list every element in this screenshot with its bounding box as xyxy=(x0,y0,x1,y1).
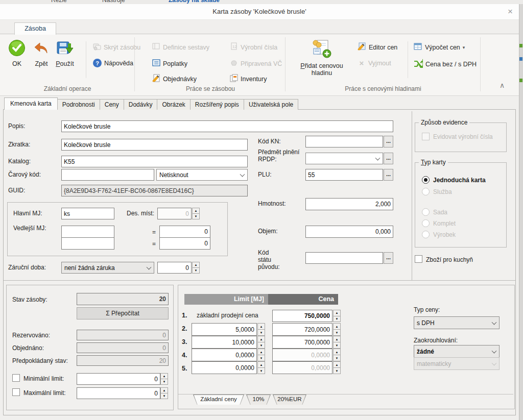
tab-dodavky[interactable]: Dodávky xyxy=(124,99,158,110)
tab-ceny[interactable]: Ceny xyxy=(100,99,124,110)
vedlejsi-mj-ratio-1[interactable] xyxy=(159,226,210,238)
price-2-spinner[interactable]: ▲▼ xyxy=(333,323,341,336)
carovy-kod-input[interactable] xyxy=(61,169,154,181)
ribbon-tab-zasoba[interactable]: Zásoba xyxy=(14,22,56,35)
kod-statu-lookup-button[interactable]: ... xyxy=(384,252,393,264)
undo-label: Zpět xyxy=(35,60,47,67)
price-3-input[interactable] xyxy=(272,336,332,349)
tab-uzivatelska-pole[interactable]: Uživatelská pole xyxy=(244,99,298,110)
screen: Režie Nástroje Zásoby na skladě Karta zá… xyxy=(0,0,523,420)
price-calculation-button[interactable]: Výpočet cen ▾ xyxy=(414,42,465,53)
zaokrouhlovani-label: Zaokrouhlování: xyxy=(414,337,458,344)
price-with-without-vat-button[interactable]: Cena bez / s DPH xyxy=(414,59,477,69)
background-tab[interactable]: Nástroje xyxy=(102,0,125,4)
rpdp-select[interactable] xyxy=(305,153,383,164)
prepocitat-button[interactable]: Σ Přepočítat xyxy=(77,307,169,319)
background-tab-active[interactable]: Zásoby na skladě xyxy=(169,0,220,4)
background-fleck xyxy=(519,57,522,61)
min-limit-spinner[interactable]: ▲▼ xyxy=(160,373,168,385)
limit-5-spinner[interactable]: ▲▼ xyxy=(257,361,265,374)
max-limit-checkbox[interactable] xyxy=(12,388,20,396)
katalog-input[interactable] xyxy=(61,156,248,167)
zarucni-doba-input[interactable] xyxy=(157,262,192,274)
rpdp-lookup-button[interactable]: ... xyxy=(384,153,393,164)
limit-4-input[interactable] xyxy=(192,349,257,361)
zbozi-pro-kuchyn-checkbox[interactable] xyxy=(415,255,422,263)
plu-input[interactable] xyxy=(305,169,383,181)
fees-icon xyxy=(152,59,160,68)
fees-button[interactable]: Poplatky xyxy=(152,59,187,68)
zbozi-pro-kuchyn-label: Zboží pro kuchyň xyxy=(426,256,473,263)
typ-ceny-select[interactable]: s DPH xyxy=(414,316,500,329)
close-icon[interactable]: × xyxy=(508,6,513,18)
kod-kn-input[interactable] xyxy=(305,136,383,147)
limit-3-input[interactable] xyxy=(192,336,257,349)
tab-podrobnosti[interactable]: Podrobnosti xyxy=(57,99,100,110)
price-5-spinner[interactable]: ▲▼ xyxy=(333,361,341,374)
ok-button[interactable]: OK xyxy=(4,38,30,77)
zarucni-doba-spinner[interactable]: ▲▼ xyxy=(192,262,200,274)
group-separator xyxy=(480,37,481,91)
inventories-button[interactable]: Inventury xyxy=(230,74,267,84)
price-subtab-20-eur[interactable]: 20%EUR xyxy=(273,394,306,405)
predpokladany-stav-field xyxy=(77,355,169,366)
collapse-ribbon-icon[interactable]: ∧ xyxy=(500,81,505,89)
price-editor-label: Editor cen xyxy=(369,44,397,51)
price-editor-icon xyxy=(358,42,366,53)
min-limit-checkbox[interactable] xyxy=(12,374,20,382)
price-1-input[interactable] xyxy=(272,310,332,322)
price-3-spinner[interactable]: ▲▼ xyxy=(333,336,341,349)
tab-obrazek[interactable]: Obrázek xyxy=(157,99,190,110)
zkratka-input[interactable] xyxy=(61,139,248,151)
zaokrouhlovani-select[interactable]: žádné xyxy=(414,345,500,358)
hlavni-mj-input[interactable] xyxy=(61,208,114,219)
evidovat-vyrobni-cisla-checkbox xyxy=(422,133,430,140)
max-limit-spinner[interactable]: ▲▼ xyxy=(160,387,168,399)
tab-rozsireny-popis[interactable]: Rozšířený popis xyxy=(190,99,244,110)
kod-statu-input[interactable] xyxy=(305,252,383,264)
zarucni-doba-select[interactable]: není žádná záruka xyxy=(61,262,154,274)
limit-3-spinner[interactable]: ▲▼ xyxy=(257,336,265,349)
des-mist-spinner[interactable]: ▲▼ xyxy=(192,208,200,219)
orders-button[interactable]: Objednávky xyxy=(152,74,197,84)
group-label-prace-s-cenovymi-hladinami: Práce s cenovými hladinami xyxy=(289,85,478,92)
vedlejsi-mj-ratio-2[interactable] xyxy=(159,237,210,250)
price-2-input[interactable] xyxy=(272,323,332,336)
add-price-level-label2: hladinu xyxy=(294,69,350,77)
price-4-spinner[interactable]: ▲▼ xyxy=(333,349,341,361)
undo-button[interactable]: Zpět xyxy=(29,38,54,77)
objem-input[interactable] xyxy=(305,226,393,238)
group-separator xyxy=(285,37,286,91)
limit-2-input[interactable] xyxy=(192,323,257,336)
background-window-edge xyxy=(519,4,523,420)
hide-stock-icon xyxy=(93,42,101,52)
limit-5-input[interactable] xyxy=(192,361,257,374)
radio-jednoducha-karta[interactable] xyxy=(422,176,430,184)
vedlejsi-mj-input-2[interactable] xyxy=(61,237,114,250)
add-price-level-button[interactable]: Přidat cenovou hladinu xyxy=(294,38,350,77)
plu-lookup-button[interactable]: ... xyxy=(384,169,393,181)
popis-input[interactable] xyxy=(61,120,393,132)
ok-label: OK xyxy=(12,60,21,67)
tab-kmenova-karta[interactable]: Kmenová karta xyxy=(4,97,58,110)
price-1-spinner[interactable]: ▲▼ xyxy=(333,310,341,322)
kod-kn-lookup-button[interactable]: ... xyxy=(384,136,393,147)
apply-button[interactable]: Použít xyxy=(52,38,78,77)
vedlejsi-mj-input-1[interactable] xyxy=(61,226,114,238)
limit-2-spinner[interactable]: ▲▼ xyxy=(257,323,265,336)
price-subtab-10[interactable]: 10% xyxy=(246,394,271,405)
orders-icon xyxy=(152,74,160,84)
max-limit-input[interactable] xyxy=(77,387,160,399)
carovy-kod-print-select[interactable]: Netisknout xyxy=(156,169,248,181)
price-editor-button[interactable]: Editor cen xyxy=(358,42,397,53)
price-subtab-zakladni-ceny[interactable]: Základní ceny xyxy=(193,394,244,405)
hmotnost-input[interactable] xyxy=(305,198,393,210)
min-limit-input[interactable] xyxy=(77,373,160,385)
vedlejsi-mj-label: Vedlejší MJ: xyxy=(13,225,46,232)
background-tab[interactable]: Režie xyxy=(51,0,67,4)
max-limit-label: Maximální limit: xyxy=(23,389,66,397)
chevron-down-icon xyxy=(147,264,152,269)
ribbon: OK Zpět Použít xyxy=(0,34,519,96)
help-button[interactable]: ? Nápověda xyxy=(93,59,133,67)
limit-4-spinner[interactable]: ▲▼ xyxy=(257,349,265,361)
